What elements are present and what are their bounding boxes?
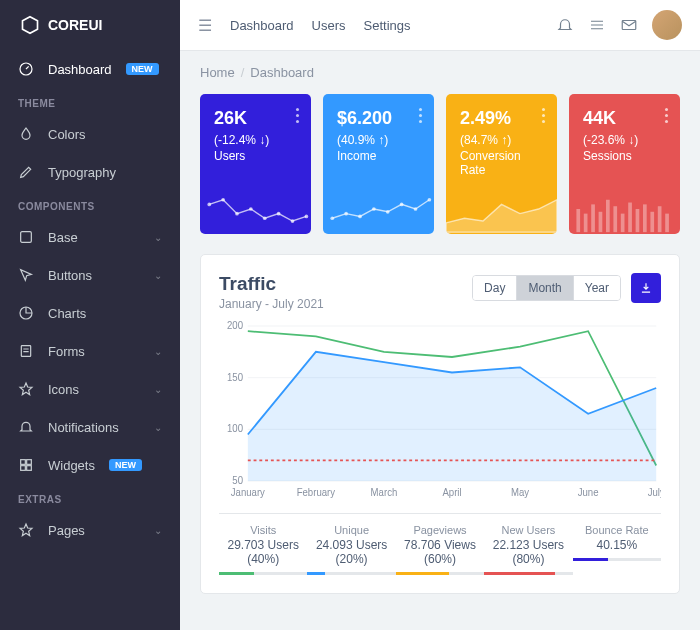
- sidebar-item-label: Charts: [48, 306, 86, 321]
- topnav-dashboard[interactable]: Dashboard: [230, 18, 294, 33]
- svg-rect-9: [622, 21, 636, 30]
- card-conversion: 2.49% (84.7% ↑) Conversion Rate: [446, 94, 557, 234]
- badge-new: NEW: [109, 459, 142, 471]
- panel-title: Traffic: [219, 273, 324, 295]
- sidebar-item-label: Dashboard: [48, 62, 112, 77]
- stat-item: Bounce Rate40.15%: [573, 524, 661, 575]
- sidebar-item-colors[interactable]: Colors: [0, 115, 180, 153]
- svg-marker-54: [248, 352, 656, 481]
- sidebar-item-label: Buttons: [48, 268, 92, 283]
- menu-toggle-icon[interactable]: ☰: [198, 16, 212, 35]
- svg-point-15: [277, 212, 281, 216]
- svg-point-11: [221, 198, 225, 202]
- sidebar-item-buttons[interactable]: Buttons⌄: [0, 256, 180, 294]
- svg-rect-26: [576, 209, 580, 232]
- svg-rect-28: [591, 204, 595, 232]
- bell-icon[interactable]: [556, 16, 574, 34]
- chevron-down-icon: ⌄: [154, 525, 162, 536]
- svg-rect-8: [27, 466, 32, 471]
- card-menu-icon[interactable]: [542, 108, 545, 123]
- sidebar-item-label: Base: [48, 230, 78, 245]
- range-button-group: Day Month Year: [472, 275, 621, 301]
- card-delta: (40.9% ↑): [337, 133, 420, 147]
- stat-label: Visits: [219, 524, 307, 536]
- stat-item: New Users22.123 Users (80%): [484, 524, 572, 575]
- card-label: Conversion Rate: [460, 149, 543, 177]
- card-menu-icon[interactable]: [665, 108, 668, 123]
- stat-value: 40.15%: [573, 538, 661, 552]
- brand-logo: COREUI: [0, 0, 180, 50]
- svg-text:April: April: [442, 487, 461, 498]
- svg-rect-5: [21, 460, 26, 465]
- stat-value: 24.093 Users (20%): [307, 538, 395, 566]
- sidebar-item-label: Typography: [48, 165, 116, 180]
- sidebar-item-base[interactable]: Base⌄: [0, 218, 180, 256]
- stat-label: Bounce Rate: [573, 524, 661, 536]
- card-menu-icon[interactable]: [296, 108, 299, 123]
- svg-rect-38: [665, 214, 669, 233]
- stat-label: Pageviews: [396, 524, 484, 536]
- range-day-button[interactable]: Day: [473, 276, 516, 300]
- card-income: $6.200 (40.9% ↑) Income: [323, 94, 434, 234]
- svg-point-14: [263, 216, 267, 220]
- badge-new: NEW: [126, 63, 159, 75]
- sidebar-item-pages[interactable]: Pages⌄: [0, 511, 180, 549]
- sidebar-item-dashboard[interactable]: Dashboard NEW: [0, 50, 180, 88]
- svg-rect-33: [628, 203, 632, 233]
- card-value: 2.49%: [460, 108, 543, 129]
- svg-text:50: 50: [232, 475, 243, 486]
- chevron-down-icon: ⌄: [154, 422, 162, 433]
- star-icon: [18, 381, 34, 397]
- svg-rect-4: [21, 346, 30, 357]
- download-button[interactable]: [631, 273, 661, 303]
- card-menu-icon[interactable]: [419, 108, 422, 123]
- svg-text:100: 100: [227, 423, 244, 434]
- traffic-stats: Visits29.703 Users (40%)Unique24.093 Use…: [219, 513, 661, 575]
- svg-point-20: [358, 215, 362, 219]
- svg-point-19: [344, 212, 348, 216]
- svg-text:July: July: [648, 487, 661, 498]
- topnav-users[interactable]: Users: [312, 18, 346, 33]
- svg-rect-31: [613, 206, 617, 232]
- breadcrumb-home[interactable]: Home: [200, 65, 235, 80]
- sparkline: [200, 184, 311, 234]
- envelope-icon[interactable]: [620, 16, 638, 34]
- card-sessions: 44K (-23.6% ↓) Sessions: [569, 94, 680, 234]
- sidebar-item-forms[interactable]: Forms⌄: [0, 332, 180, 370]
- svg-marker-0: [23, 17, 38, 34]
- chart-icon: [18, 305, 34, 321]
- stat-label: Unique: [307, 524, 395, 536]
- sidebar-item-notifications[interactable]: Notifications⌄: [0, 408, 180, 446]
- sidebar-item-label: Notifications: [48, 420, 119, 435]
- topnav-settings[interactable]: Settings: [364, 18, 411, 33]
- sidebar-item-widgets[interactable]: WidgetsNEW: [0, 446, 180, 484]
- sidebar-item-label: Forms: [48, 344, 85, 359]
- sparkline-area: [446, 184, 557, 234]
- stat-item: Unique24.093 Users (20%): [307, 524, 395, 575]
- list-icon[interactable]: [588, 16, 606, 34]
- svg-rect-6: [27, 460, 32, 465]
- svg-rect-35: [643, 204, 647, 232]
- bell-icon: [18, 419, 34, 435]
- svg-rect-2: [21, 232, 32, 243]
- svg-point-18: [330, 216, 334, 220]
- sidebar: COREUI Dashboard NEW THEME Colors Typogr…: [0, 0, 180, 630]
- sidebar-item-label: Widgets: [48, 458, 95, 473]
- sidebar-item-label: Icons: [48, 382, 79, 397]
- svg-rect-37: [658, 206, 662, 232]
- range-year-button[interactable]: Year: [573, 276, 620, 300]
- avatar[interactable]: [652, 10, 682, 40]
- traffic-panel: Traffic January - July 2021 Day Month Ye…: [200, 254, 680, 594]
- svg-point-21: [372, 207, 376, 211]
- sidebar-item-icons[interactable]: Icons⌄: [0, 370, 180, 408]
- chevron-down-icon: ⌄: [154, 384, 162, 395]
- sparkline-bars: [569, 184, 680, 234]
- sidebar-item-typography[interactable]: Typography: [0, 153, 180, 191]
- range-month-button[interactable]: Month: [516, 276, 572, 300]
- svg-text:June: June: [578, 487, 599, 498]
- stat-value: 29.703 Users (40%): [219, 538, 307, 566]
- sidebar-item-charts[interactable]: Charts: [0, 294, 180, 332]
- sidebar-item-label: Pages: [48, 523, 85, 538]
- svg-point-16: [291, 219, 295, 223]
- breadcrumb: Home/Dashboard: [180, 51, 700, 94]
